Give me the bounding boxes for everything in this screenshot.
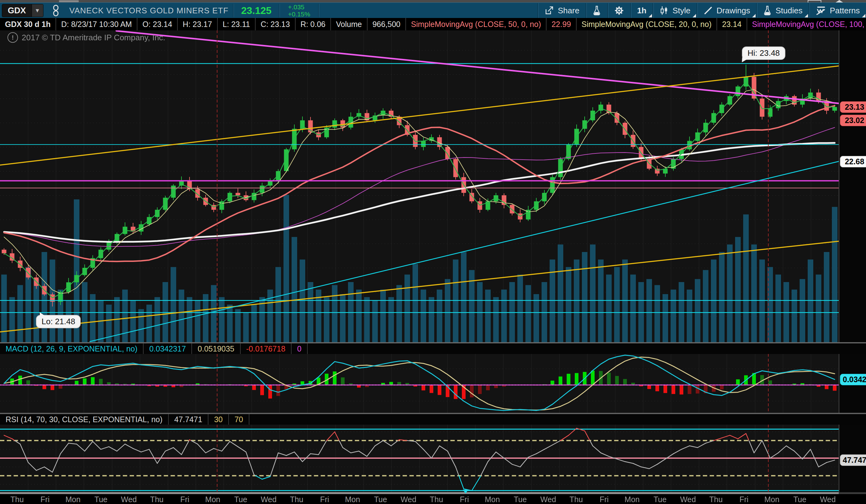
symbol-value: GDX [2, 4, 32, 17]
symbol-timeframe: GDX 30 d 1h [0, 18, 56, 30]
time-axis-label: Tue [793, 495, 807, 504]
window-titlebar [0, 0, 866, 2]
sma100-study-label[interactable]: SimpleMovingAvg (CLOSE, 100, 0, no) [747, 18, 866, 30]
chart-status-bar: GDX 30 d 1h D: 8/23/17 10:30 AM O: 23.14… [0, 18, 866, 31]
volume-label: Volume [331, 18, 367, 30]
bar-low: L: 23.11 [218, 18, 256, 30]
high-price-callout: Hi: 23.48 [742, 46, 785, 60]
window-corner-icon[interactable] [836, 0, 843, 2]
studies-label: Studies [775, 6, 802, 15]
time-axis-label: Tue [654, 495, 667, 504]
time-axis-label: Tue [94, 495, 107, 504]
bar-range: R: 0.06 [296, 18, 331, 30]
time-axis-label: Thu [290, 495, 303, 504]
time-axis-label: Mon [206, 495, 221, 504]
time-axis-label: Thu [569, 495, 583, 504]
time-axis-label: Mon [764, 495, 779, 504]
time-axis-label: Thu [10, 495, 24, 504]
window-tab [59, 0, 79, 2]
rsi-value: 47.7471 [169, 414, 209, 425]
rsi-overbought-value: 70 [229, 414, 249, 425]
time-axis-label: Thu [709, 495, 723, 504]
price-axis[interactable]: 23.623.423.22322.822.622.422.22221.821.6… [839, 30, 866, 342]
sma20-study-label[interactable]: SimpleMovingAvg (CLOSE, 20, 0, no) [577, 18, 717, 30]
studies-button[interactable]: Studies [756, 3, 809, 18]
time-axis-label: Thu [430, 495, 443, 504]
macd-chart-canvas[interactable] [0, 354, 839, 413]
patterns-label: Patterns [830, 6, 860, 15]
macd-header: MACD (12, 26, 9, EXPONENTIAL, no) 0.0342… [0, 343, 866, 354]
share-label: Share [558, 6, 579, 15]
rsi-study-label[interactable]: RSI (14, 70, 30, CLOSE, EXPONENTIAL, no) [0, 414, 169, 425]
patterns-icon [815, 5, 826, 16]
dropdown-corner [804, 14, 808, 18]
toolbar-divider [233, 4, 234, 18]
time-axis-label: Fri [41, 495, 49, 504]
rsi-header: RSI (14, 70, 30, CLOSE, EXPONENTIAL, no)… [0, 414, 866, 425]
sma50-study-label[interactable]: SimpleMovingAvg (CLOSE, 50, 0, no) [406, 18, 546, 30]
instrument-title: VANECK VECTORS GOLD MINERS ETF [69, 6, 229, 15]
pencil-line-icon [703, 6, 713, 15]
time-axis-label: Fri [600, 495, 609, 504]
macd-study-label[interactable]: MACD (12, 26, 9, EXPONENTIAL, no) [0, 343, 144, 354]
dropdown-corner [752, 14, 756, 18]
time-axis-label: Tue [514, 495, 527, 504]
time-axis-label: Mon [485, 495, 500, 504]
chevron-down-icon[interactable]: ▼ [32, 4, 43, 17]
last-price: 23.125 [238, 5, 275, 16]
link-icon[interactable] [50, 5, 62, 16]
style-button[interactable]: Style [653, 3, 697, 18]
time-marker-icon[interactable] [463, 490, 468, 493]
price-change: +.035 +0.15% [284, 3, 314, 18]
time-axis-label: Tue [374, 495, 387, 504]
time-axis-label: Fri [740, 495, 748, 504]
share-button[interactable]: Share [537, 3, 586, 18]
drawings-button[interactable]: Drawings [697, 3, 756, 18]
time-axis[interactable]: ThuFriMonTueWedThuFriMonTueWedThuFriMonT… [0, 494, 866, 504]
bar-close: C: 23.13 [256, 18, 296, 30]
price-chart-canvas[interactable] [0, 30, 839, 342]
volume-value: 966,500 [368, 18, 406, 30]
macd-value: 0.0342317 [144, 343, 192, 354]
rsi-chart-canvas[interactable] [0, 425, 839, 492]
settings-button[interactable] [607, 3, 630, 18]
patterns-button[interactable]: Patterns [809, 3, 866, 18]
time-axis-label: Wed [121, 495, 137, 504]
macd-axis-badge: 0.03423 [840, 374, 866, 385]
change-value: +.035 [288, 3, 310, 11]
bar-high: H: 23.17 [178, 18, 218, 30]
secondary-price-axis-badge: 23.02 [840, 115, 866, 126]
sma20-study-value: 23.14 [717, 18, 747, 30]
macd-avg-value: 0.0519035 [192, 343, 240, 354]
rsi-oversold-value: 30 [209, 414, 229, 425]
time-axis-label: Wed [261, 495, 277, 504]
candlestick-style-icon [659, 5, 669, 15]
time-axis-label: Wed [820, 495, 836, 504]
time-axis-label: Wed [400, 495, 416, 504]
drawings-label: Drawings [717, 6, 750, 15]
bar-open: O: 23.14 [137, 18, 178, 30]
gear-icon [614, 5, 624, 15]
interval-button[interactable]: 1h [630, 3, 653, 18]
time-axis-label: Mon [65, 495, 81, 504]
style-label: Style [673, 6, 690, 15]
chart-toolbar: GDX ▼ VANECK VECTORS GOLD MINERS ETF 23.… [0, 2, 866, 19]
macd-zero-value: 0 [291, 343, 308, 354]
macd-diff-value: -0.0176718 [241, 343, 292, 354]
thinkorswim-chart-window: GDX ▼ VANECK VECTORS GOLD MINERS ETF 23.… [0, 0, 866, 504]
dropdown-corner [692, 14, 696, 18]
dropdown-corner [648, 14, 652, 18]
info-icon: ! [8, 32, 18, 43]
rsi-axis-badge: 47.7472 [840, 455, 866, 466]
white-ma-axis-badge: 22.68 [840, 156, 866, 168]
time-axis-label: Mon [625, 495, 640, 504]
low-price-callout: Lo: 21.48 [36, 315, 81, 328]
change-percent: +0.15% [288, 11, 310, 18]
ondemand-button[interactable] [586, 3, 607, 18]
toolbar-divider [279, 4, 280, 18]
time-axis-label: Tue [234, 495, 247, 504]
symbol-selector[interactable]: GDX ▼ [2, 4, 43, 17]
dropdown-corner [862, 14, 865, 18]
last-price-axis-badge: 23.13 [840, 101, 866, 113]
time-axis-label: Wed [680, 495, 696, 504]
